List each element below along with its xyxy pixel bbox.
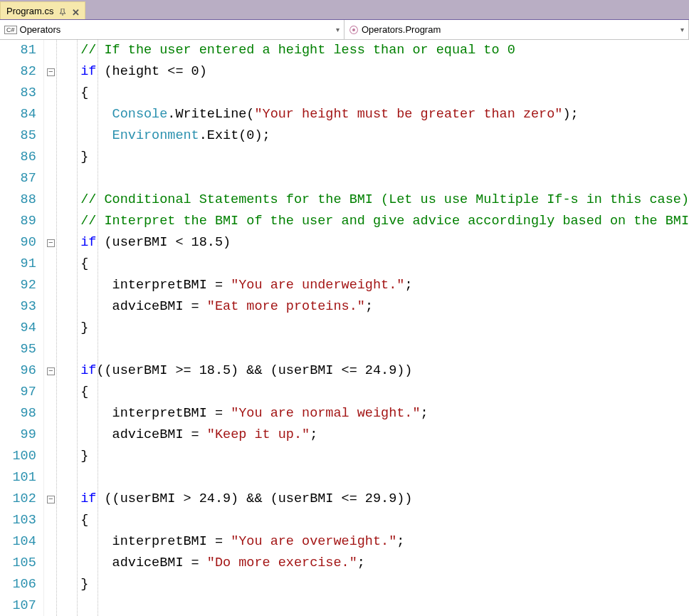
class-label: Operators.Program: [362, 24, 441, 35]
code-line[interactable]: adviceBMI = "Keep it up.";: [80, 424, 689, 446]
line-number: 92: [0, 275, 36, 296]
code-line[interactable]: // Conditional Statements for the BMI (L…: [80, 189, 689, 211]
line-number: 90: [0, 232, 36, 254]
code-line[interactable]: {: [80, 254, 689, 275]
line-number: 84: [0, 104, 36, 125]
line-number: 105: [0, 553, 36, 574]
line-number: 93: [0, 296, 36, 318]
code-line[interactable]: [80, 168, 689, 189]
line-number: 97: [0, 382, 36, 403]
line-number: 107: [0, 595, 36, 616]
line-number: 100: [0, 446, 36, 467]
code-line[interactable]: interpretBMI = "You are normal weight.";: [80, 403, 689, 424]
code-line[interactable]: if((userBMI >= 18.5) && (userBMI <= 24.9…: [80, 360, 689, 382]
class-icon: ⦿: [349, 24, 359, 36]
code-line[interactable]: if (height <= 0): [80, 61, 689, 83]
chevron-down-icon: ▾: [336, 26, 340, 33]
code-line[interactable]: }: [80, 147, 689, 168]
code-line[interactable]: [80, 467, 689, 489]
code-line[interactable]: Environment.Exit(0);: [80, 125, 689, 147]
code-line[interactable]: }: [80, 318, 689, 339]
line-number: 103: [0, 510, 36, 531]
line-number-gutter: 8182838485868788899091929394959697989910…: [0, 40, 44, 616]
line-number: 99: [0, 424, 36, 446]
line-number: 83: [0, 83, 36, 104]
code-line[interactable]: interpretBMI = "You are overweight.";: [80, 531, 689, 553]
code-line[interactable]: adviceBMI = "Do more exercise.";: [80, 553, 689, 574]
code-nav-bar: C# Operators ▾ ⦿ Operators.Program ▾: [0, 20, 689, 40]
line-number: 104: [0, 531, 36, 553]
code-editor[interactable]: 8182838485868788899091929394959697989910…: [0, 40, 689, 616]
close-icon[interactable]: ✕: [72, 7, 79, 14]
code-line[interactable]: {: [80, 510, 689, 531]
code-line[interactable]: if ((userBMI > 24.9) && (userBMI <= 29.9…: [80, 489, 689, 510]
line-number: 86: [0, 147, 36, 168]
document-tab[interactable]: Program.cs ✕: [0, 1, 85, 19]
line-number: 88: [0, 189, 36, 211]
line-number: 81: [0, 40, 36, 61]
code-line[interactable]: adviceBMI = "Eat more proteins.";: [80, 296, 689, 318]
code-content[interactable]: // If the user entered a height less tha…: [80, 40, 689, 616]
code-line[interactable]: // Interpret the BMI of the user and giv…: [80, 211, 689, 232]
tab-filename: Program.cs: [6, 6, 53, 16]
indent-guides: [52, 40, 80, 616]
csharp-badge-icon: C#: [4, 26, 17, 34]
folding-column: −−−−: [44, 40, 52, 616]
pin-icon[interactable]: [59, 7, 66, 14]
class-dropdown[interactable]: ⦿ Operators.Program ▾: [344, 20, 689, 39]
chevron-down-icon: ▾: [680, 26, 684, 33]
code-line[interactable]: [80, 339, 689, 360]
code-line[interactable]: }: [80, 446, 689, 467]
line-number: 98: [0, 403, 36, 424]
code-line[interactable]: }: [80, 574, 689, 595]
line-number: 89: [0, 211, 36, 232]
line-number: 102: [0, 489, 36, 510]
line-number: 96: [0, 360, 36, 382]
code-line[interactable]: {: [80, 382, 689, 403]
line-number: 94: [0, 318, 36, 339]
code-line[interactable]: if (userBMI < 18.5): [80, 232, 689, 254]
line-number: 91: [0, 254, 36, 275]
line-number: 85: [0, 125, 36, 147]
code-line[interactable]: [80, 595, 689, 616]
line-number: 87: [0, 168, 36, 189]
namespace-dropdown[interactable]: C# Operators ▾: [0, 20, 344, 39]
code-line[interactable]: Console.WriteLine("Your height must be g…: [80, 104, 689, 125]
code-line[interactable]: // If the user entered a height less tha…: [80, 40, 689, 61]
line-number: 82: [0, 61, 36, 83]
line-number: 101: [0, 467, 36, 489]
line-number: 106: [0, 574, 36, 595]
code-line[interactable]: {: [80, 83, 689, 104]
code-line[interactable]: interpretBMI = "You are underweight.";: [80, 275, 689, 296]
document-tab-bar: Program.cs ✕: [0, 0, 689, 20]
line-number: 95: [0, 339, 36, 360]
namespace-label: Operators: [20, 24, 61, 35]
